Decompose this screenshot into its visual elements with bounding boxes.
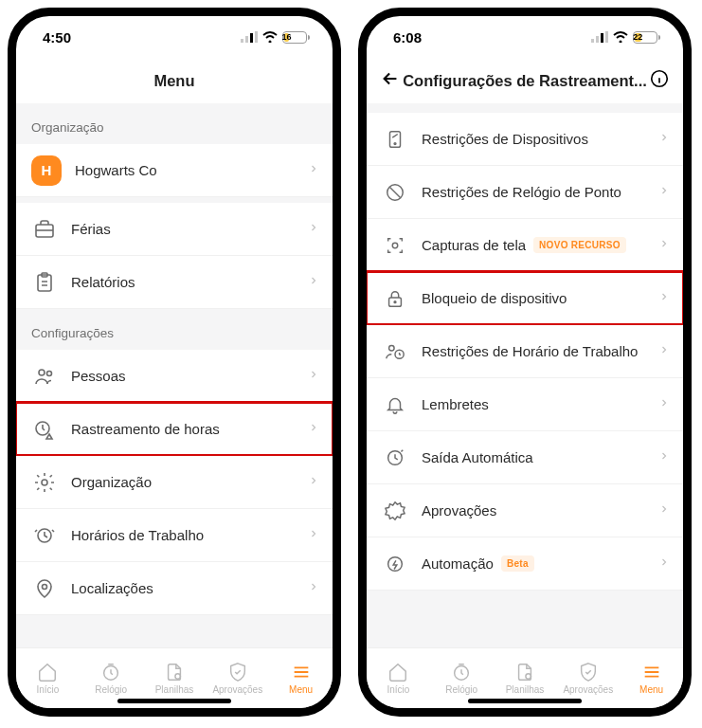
svg-point-21 (394, 142, 396, 144)
chevron-right-icon (308, 220, 319, 239)
clock-alert-icon (31, 418, 58, 441)
row-restricoes-dispositivos[interactable]: Restrições de Dispositivos (367, 113, 683, 166)
briefcase-icon (31, 218, 58, 241)
approval-icon (382, 500, 408, 521)
row-rastreamento[interactable]: Rastreamento de horas (16, 403, 333, 456)
home-indicator[interactable] (468, 699, 582, 703)
page-header: Configurações de Rastreament... (367, 58, 683, 103)
row-label: Saída Automática (422, 449, 645, 465)
page-title: Menu (153, 72, 194, 90)
row-label: Bloqueio de dispositivo (422, 290, 645, 306)
row-saida-automatica[interactable]: Saída Automática (367, 431, 683, 484)
svg-rect-2 (250, 33, 253, 43)
chevron-right-icon (308, 273, 319, 292)
status-time: 6:08 (393, 29, 422, 46)
row-pessoas[interactable]: Pessoas (16, 350, 333, 403)
battery-level: 22 (635, 33, 641, 42)
chevron-right-icon (308, 473, 319, 492)
svg-point-31 (526, 674, 531, 680)
chevron-right-icon (658, 555, 670, 573)
chevron-right-icon (658, 501, 670, 520)
device-restrict-icon (382, 129, 408, 150)
row-label: Capturas de tela NOVO RECURSO (422, 237, 645, 253)
tab-label: Início (387, 684, 409, 695)
tab-menu[interactable]: Menu (620, 648, 683, 708)
back-button[interactable] (380, 68, 401, 93)
section-label-config: Configurações (16, 309, 333, 350)
svg-point-25 (394, 300, 396, 302)
row-aprovacoes[interactable]: Aprovações (367, 484, 683, 537)
people-clock-icon (382, 341, 408, 362)
battery-level: 16 (284, 33, 289, 42)
tab-label: Planilhas (506, 684, 545, 695)
svg-point-14 (175, 674, 181, 680)
badge-novo-recurso: NOVO RECURSO (533, 237, 626, 253)
row-ferias[interactable]: Férias (16, 203, 333, 256)
row-horarios[interactable]: Horários de Trabalho (16, 509, 333, 562)
chevron-right-icon (308, 420, 319, 439)
row-capturas[interactable]: Capturas de tela NOVO RECURSO (367, 219, 683, 272)
tab-label: Relógio (95, 684, 127, 695)
tab-inicio[interactable]: Início (367, 648, 430, 708)
row-label: Automação Beta (422, 555, 645, 572)
chevron-right-icon (658, 448, 670, 467)
row-label: Rastreamento de horas (71, 421, 295, 437)
svg-rect-1 (245, 36, 248, 43)
svg-point-7 (39, 370, 45, 375)
row-lembretes[interactable]: Lembretes (367, 378, 683, 431)
page-title: Configurações de Rastreament... (403, 72, 647, 90)
row-label: Restrições de Dispositivos (422, 131, 645, 147)
section-label-organizacao: Organização (16, 103, 333, 144)
chevron-right-icon (658, 395, 670, 414)
row-localizacoes[interactable]: Localizações (16, 562, 333, 615)
status-bar: 6:08 22 (367, 16, 683, 58)
tab-menu[interactable]: Menu (269, 648, 333, 708)
row-text: Capturas de tela (422, 237, 526, 253)
row-label: Pessoas (71, 368, 295, 384)
row-bloqueio-dispositivo[interactable]: Bloqueio de dispositivo (367, 272, 683, 325)
gear-icon (31, 471, 58, 494)
chevron-right-icon (658, 130, 670, 149)
lock-icon (382, 288, 408, 309)
chevron-right-icon (658, 236, 670, 255)
chevron-right-icon (308, 526, 319, 545)
tab-label: Aprovações (563, 684, 613, 695)
home-indicator[interactable] (117, 699, 231, 703)
row-restricoes-relogio[interactable]: Restrições de Relógio de Ponto (367, 166, 683, 219)
content-scroll[interactable]: Organização H Hogwarts Co Férias Relatór… (16, 103, 333, 647)
svg-rect-3 (255, 31, 258, 43)
row-organizacao[interactable]: Organização (16, 456, 333, 509)
svg-point-8 (47, 371, 52, 375)
chevron-right-icon (658, 183, 670, 202)
row-restricoes-horario[interactable]: Restrições de Horário de Trabalho (367, 325, 683, 378)
row-label: Organização (71, 474, 295, 490)
svg-rect-18 (605, 31, 608, 43)
svg-point-12 (43, 584, 47, 589)
row-company[interactable]: H Hogwarts Co (16, 144, 333, 197)
tab-label: Planilhas (155, 684, 194, 695)
tab-label: Início (36, 684, 59, 695)
auto-exit-icon (382, 447, 408, 468)
row-label: Aprovações (422, 502, 645, 519)
row-automacao[interactable]: Automação Beta (367, 537, 683, 591)
battery-indicator: 16 (282, 31, 310, 44)
row-relatorios[interactable]: Relatórios (16, 256, 333, 309)
svg-point-23 (392, 243, 398, 248)
svg-rect-0 (241, 39, 243, 43)
company-name: Hogwarts Co (75, 162, 295, 178)
tab-label: Menu (289, 684, 313, 695)
bell-icon (382, 394, 408, 415)
cell-signal-icon (241, 31, 258, 43)
clipboard-icon (31, 271, 58, 294)
status-time: 4:50 (43, 29, 71, 46)
tab-inicio[interactable]: Início (16, 648, 80, 708)
row-label: Restrições de Relógio de Ponto (422, 184, 645, 200)
content-scroll[interactable]: Restrições de Dispositivos Restrições de… (367, 103, 683, 647)
chevron-right-icon (308, 161, 319, 180)
info-button[interactable] (649, 68, 670, 93)
wifi-icon (261, 31, 279, 43)
row-label: Restrições de Horário de Trabalho (422, 343, 645, 359)
chevron-right-icon (308, 367, 319, 386)
badge-beta: Beta (501, 555, 534, 572)
clock-shift-icon (31, 524, 58, 547)
